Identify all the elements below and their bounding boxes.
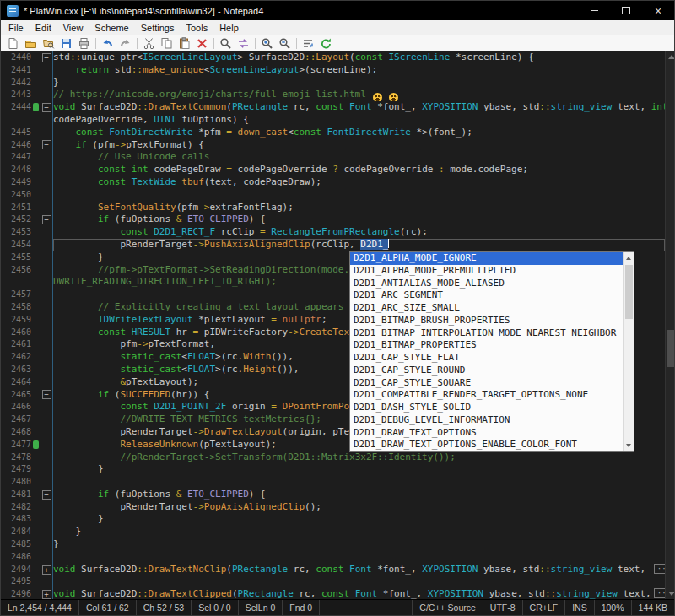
status-zoom[interactable]: 100% [594,600,631,615]
line-number[interactable]: 2468 [1,426,31,439]
popup-scroll-down-icon[interactable] [626,444,631,447]
code-line[interactable]: 2442} [1,77,665,89]
autocomplete-item[interactable]: D2D1_ALPHA_MODE_IGNORE [350,252,623,265]
code-text[interactable]: void SurfaceD2D::DrawTextCommon(PRectang… [53,101,665,114]
autocomplete-item[interactable]: D2D1_ANTIALIAS_MODE_ALIASED [350,278,623,290]
code-text[interactable]: // Use Unicode calls [53,151,665,164]
code-line[interactable]: 2452− if (fuOptions & ETO_CLIPPED) { [1,213,665,226]
copy-button[interactable] [158,36,176,51]
line-number[interactable]: 2484 [1,526,31,538]
line-number[interactable]: 2445 [1,127,31,139]
code-text[interactable]: SetFontQuality(pfm->extraFontFlag); [53,202,665,214]
code-line[interactable]: 2495 [1,575,665,588]
line-number[interactable]: 2496 [1,588,31,599]
status-scheme[interactable]: C/C++ Source [412,600,483,615]
close-button[interactable]: × [642,1,674,20]
code-text[interactable]: const FontDirectWrite *pfm = down_cast<c… [53,127,665,139]
code-line[interactable]: 2450 [1,189,665,202]
scroll-down-icon[interactable] [668,592,674,596]
fold-minus-icon[interactable]: − [42,390,51,399]
status-file-size[interactable]: 144 KB [631,600,674,615]
code-line[interactable]: 2494+void SurfaceD2D::DrawTextNoClip(PRe… [1,564,665,576]
status-overtype[interactable]: INS [564,600,594,615]
code-line[interactable]: 2496+void SurfaceD2D::DrawTextClipped(PR… [1,588,665,599]
line-number[interactable]: 2486 [1,551,31,564]
fold-minus-icon[interactable]: − [42,140,51,149]
delete-button[interactable] [193,36,211,51]
code-text[interactable] [53,476,665,489]
line-number[interactable]: 2478 [1,451,31,464]
line-number[interactable]: 2467 [1,413,31,426]
replace-button[interactable] [235,36,252,51]
line-number[interactable]: 2483 [1,513,31,526]
code-text[interactable]: pRenderTarget->PushAxisAlignedClip(rcCli… [53,239,665,251]
menu-settings[interactable]: Settings [135,22,181,34]
status-line[interactable]: Ln 2,454 / 4,444 [1,600,79,615]
code-line[interactable]: 2440−std::unique_ptr<IScreenLineLayout> … [1,51,665,64]
redo-button[interactable] [116,36,134,51]
fold-minus-icon[interactable]: − [42,490,51,500]
popup-scrollbar-thumb[interactable] [625,265,633,319]
find-button[interactable] [217,36,235,51]
open-file-button[interactable] [22,36,40,51]
line-number[interactable] [1,276,31,289]
fold-minus-icon[interactable]: − [42,53,51,62]
menu-edit[interactable]: Edit [30,22,57,34]
autocomplete-item[interactable]: D2D1_DEBUG_LEVEL_INFORMATION [350,414,623,427]
line-number[interactable] [1,114,31,127]
line-number[interactable]: 2458 [1,301,31,314]
code-text[interactable]: codePageOverride, UINT fuOptions) { [53,114,665,127]
zoom-out-button[interactable] [276,36,294,51]
status-find-count[interactable]: Fnd 0 [283,600,320,615]
code-line[interactable]: 2451 SetFontQuality(pfm->extraFontFlag); [1,202,665,214]
browse-files-button[interactable] [40,36,57,51]
autocomplete-item[interactable]: D2D1_BITMAP_INTERPOLATION_MODE_NEAREST_N… [350,327,623,340]
code-text[interactable]: const int codePageDraw = codePageOverrid… [53,164,665,176]
reload-button[interactable] [317,36,335,51]
popup-scroll-up-icon[interactable] [626,257,631,260]
status-selection[interactable]: Sel 0 / 0 [192,600,239,615]
fold-minus-icon[interactable]: − [42,103,51,112]
code-text[interactable] [53,551,665,564]
autocomplete-item[interactable]: D2D1_DASH_STYLE_SOLID [350,402,623,414]
code-line[interactable]: 2478 //pRenderTarget->SetTransform(D2D1:… [1,451,665,464]
menu-scheme[interactable]: Scheme [89,22,134,34]
code-text[interactable]: // https://unicode.org/emoji/charts/full… [53,89,665,101]
line-number[interactable]: 2453 [1,226,31,239]
line-number[interactable]: 2441 [1,64,31,77]
line-number[interactable]: 2494 [1,564,31,576]
line-number[interactable]: 2446 [1,139,31,152]
code-text[interactable]: //pRenderTarget->SetTransform(D2D1::Matr… [53,451,665,464]
line-number[interactable]: 2495 [1,575,31,588]
autocomplete-item[interactable]: D2D1_CAP_STYLE_FLAT [350,352,623,365]
editor[interactable]: 2440−std::unique_ptr<IScreenLineLayout> … [1,51,674,599]
status-eol[interactable]: CR+LF [522,600,565,615]
menu-file[interactable]: File [3,22,30,34]
autocomplete-item[interactable]: D2D1_COMPATIBLE_RENDER_TARGET_OPTIONS_NO… [350,389,623,402]
code-line[interactable]: codePageOverride, UINT fuOptions) { [1,114,665,127]
autocomplete-item[interactable]: D2D1_DRAW_TEXT_OPTIONS_ENABLE_COLOR_FONT [350,439,623,451]
line-number[interactable]: 2479 [1,463,31,476]
menu-view[interactable]: View [57,22,89,34]
code-line[interactable]: 2441 return std::make_unique<ScreenLineL… [1,64,665,77]
status-column[interactable]: Col 61 / 62 [79,600,137,615]
scroll-up-icon[interactable] [668,55,674,59]
code-line[interactable]: 2485} [1,538,665,551]
line-number[interactable]: 2447 [1,151,31,164]
code-line[interactable]: 2443// https://unicode.org/emoji/charts/… [1,89,665,101]
code-text[interactable]: } [53,526,665,538]
code-line[interactable]: 2445 const FontDirectWrite *pfm = down_c… [1,127,665,139]
menu-help[interactable]: Help [213,22,245,34]
new-file-button[interactable] [4,36,22,51]
paste-button[interactable] [176,36,193,51]
code-line[interactable]: 2480 [1,476,665,489]
code-text[interactable]: const TextWide tbuf(text, codePageDraw); [53,176,665,189]
undo-button[interactable] [99,36,116,51]
code-line[interactable]: 2448 const int codePageDraw = codePageOv… [1,164,665,176]
line-number[interactable]: 2465 [1,389,31,402]
line-number[interactable]: 2477 [1,439,31,451]
code-line[interactable]: 2486 [1,551,665,564]
autocomplete-item[interactable]: D2D1_DRAW_TEXT_OPTIONS [350,427,623,440]
maximize-button[interactable] [610,1,642,20]
code-text[interactable]: void SurfaceD2D::DrawTextNoClip(PRectang… [53,564,665,576]
